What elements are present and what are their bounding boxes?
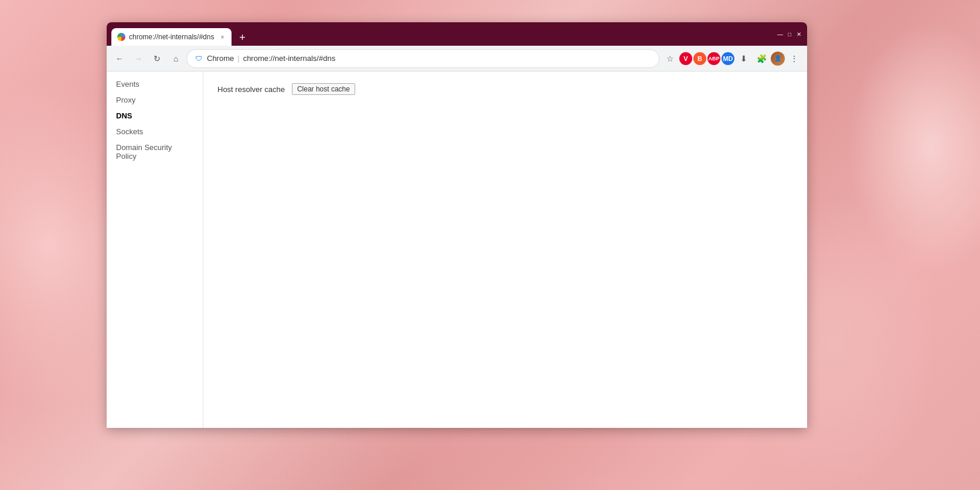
- active-tab[interactable]: chrome://net-internals/#dns ×: [111, 28, 232, 46]
- address-bar[interactable]: 🛡 Chrome | chrome://net-internals/#dns: [186, 49, 659, 68]
- browser-menu-button[interactable]: ⋮: [786, 50, 802, 67]
- title-bar: chrome://net-internals/#dns × + — □ ✕: [107, 22, 807, 46]
- browser-window: chrome://net-internals/#dns × + — □ ✕ ← …: [107, 22, 807, 428]
- home-button[interactable]: ⌂: [168, 50, 184, 67]
- address-url: chrome://net-internals/#dns: [243, 54, 652, 63]
- close-button[interactable]: ✕: [795, 30, 802, 38]
- bookmark-button[interactable]: ☆: [662, 50, 678, 67]
- sidebar-item-dns[interactable]: DNS: [107, 108, 203, 124]
- maximize-button[interactable]: □: [786, 30, 793, 38]
- address-separator: |: [237, 54, 239, 63]
- host-resolver-row: Host resolver cache Clear host cache: [217, 83, 793, 95]
- sidebar: Events Proxy DNS Sockets Domain Security…: [107, 72, 203, 428]
- reload-button[interactable]: ↻: [149, 50, 165, 67]
- extensions-puzzle-icon[interactable]: 🧩: [753, 50, 770, 67]
- tab-favicon: [117, 33, 125, 41]
- address-security-icon: 🛡: [194, 54, 203, 63]
- sidebar-item-events[interactable]: Events: [107, 76, 203, 92]
- brave-extension-icon[interactable]: B: [693, 52, 706, 65]
- sidebar-item-proxy[interactable]: Proxy: [107, 92, 203, 108]
- clear-host-cache-button[interactable]: Clear host cache: [292, 83, 355, 95]
- tab-title: chrome://net-internals/#dns: [129, 33, 214, 41]
- sidebar-item-sockets[interactable]: Sockets: [107, 124, 203, 139]
- toolbar-icons: ☆ V B ABP MD ⬇ 🧩 👤 ⋮: [662, 50, 802, 67]
- minimize-button[interactable]: —: [777, 30, 784, 38]
- sidebar-item-domain-security-policy[interactable]: Domain Security Policy: [107, 139, 203, 164]
- vivaldi-extension-icon[interactable]: V: [679, 52, 692, 65]
- tab-close-button[interactable]: ×: [217, 32, 227, 42]
- download-icon[interactable]: ⬇: [736, 50, 752, 67]
- host-resolver-label: Host resolver cache: [217, 85, 285, 94]
- new-tab-button[interactable]: +: [234, 29, 250, 46]
- main-panel: Host resolver cache Clear host cache: [203, 72, 807, 428]
- avatar[interactable]: 👤: [771, 52, 785, 66]
- abp-extension-icon[interactable]: ABP: [707, 52, 720, 65]
- chrome-label: Chrome: [207, 54, 234, 63]
- md-extension-icon[interactable]: MD: [722, 52, 734, 65]
- back-button[interactable]: ←: [111, 50, 128, 67]
- nav-bar: ← → ↻ ⌂ 🛡 Chrome | chrome://net-internal…: [107, 46, 807, 72]
- window-controls: — □ ✕: [777, 30, 802, 38]
- forward-button[interactable]: →: [130, 50, 147, 67]
- content-area: Events Proxy DNS Sockets Domain Security…: [107, 72, 807, 428]
- tab-strip: chrome://net-internals/#dns × +: [111, 22, 774, 46]
